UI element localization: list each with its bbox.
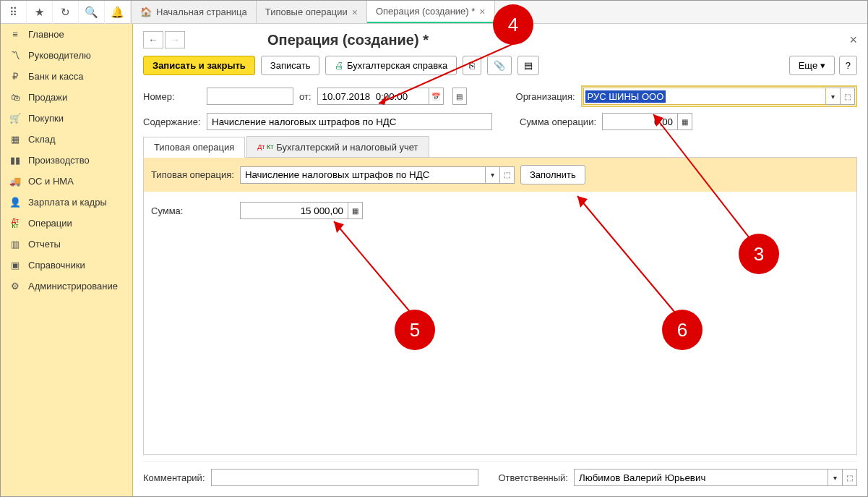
sidebar-item-label: Руководителю [28,50,91,61]
save-button[interactable]: Записать [261,56,320,75]
date-input[interactable] [317,88,429,105]
tab-panel: Типовая операция: ▾ ⬚ Заполнить Сумма: ▦ [143,158,857,455]
resp-input[interactable] [574,469,828,486]
apps-icon[interactable]: ⠿ [1,1,27,24]
star-icon[interactable]: ★ [27,1,53,24]
open-icon[interactable]: ⬚ [841,88,855,105]
book-icon: ▣ [9,260,21,271]
number-label: Номер: [143,91,201,102]
sidebar-item-catalogs[interactable]: ▣Справочники [1,255,132,276]
report-icon: ▥ [9,239,21,250]
bell-icon[interactable]: 🔔 [105,1,131,24]
gear-icon: ⚙ [9,281,21,292]
dropdown-icon[interactable]: ▾ [826,88,841,105]
callout-6: 6 [662,310,702,350]
sidebar-item-label: Производство [28,155,90,166]
sidebar-item-label: Администрирование [28,281,118,292]
back-button[interactable]: ← [143,31,163,48]
sidebar-item-admin[interactable]: ⚙Администрирование [1,276,132,297]
footer: Комментарий: Ответственный: ▾ ⬚ [143,461,857,489]
sidebar-item-main[interactable]: ≡Главное [1,24,132,45]
doc-tabs: Типовая операция Дт Кт Бухгалтерский и н… [143,136,857,158]
person-icon: 👤 [9,197,21,208]
open-icon[interactable]: ⬚ [500,166,515,184]
save-close-button[interactable]: Записать и закрыть [143,56,255,75]
dtkt-icon: ДтКт [9,218,21,229]
dropdown-icon[interactable]: ▾ [828,469,843,486]
tab-typical-ops[interactable]: Типовые операции × [257,1,367,23]
history-icon[interactable]: ↻ [53,1,79,24]
open-icon[interactable]: ⬚ [843,469,857,486]
sidebar-item-operations[interactable]: ДтКтОперации [1,213,132,234]
sidebar-item-reports[interactable]: ▥Отчеты [1,234,132,255]
calc-icon[interactable]: ▦ [348,202,363,219]
from-label: от: [299,91,311,102]
sidebar-item-assets[interactable]: 🚚ОС и НМА [1,171,132,192]
topbar-icons: ⠿ ★ ↻ 🔍 🔔 [1,1,132,23]
org-input[interactable]: РУС ШИНЫ ООО [583,88,826,105]
tab-accounting[interactable]: Дт Кт Бухгалтерский и налоговый учет [246,136,429,157]
help-button[interactable]: ? [839,56,857,75]
sidebar-item-label: Справочники [28,260,85,271]
print-label: Бухгалтерская справка [347,60,447,71]
tab-typical-operation[interactable]: Типовая операция [143,137,245,158]
printer-icon: 🖨 [335,60,344,71]
sidebar-item-label: ОС и НМА [28,176,74,187]
tab-label: Типовые операции [265,7,348,17]
more-label: Еще [799,60,817,71]
chart-icon: 〽 [9,50,21,61]
main-content: ← → Операция (создание) * × Записать и з… [133,24,867,496]
close-icon[interactable]: × [352,7,358,18]
ruble-icon: ₽ [9,71,21,82]
attach-button[interactable]: 📎 [487,56,512,75]
search-icon[interactable]: 🔍 [79,1,105,24]
callout-3: 3 [739,234,779,274]
action-toolbar: Записать и закрыть Записать 🖨 Бухгалтерс… [143,56,857,75]
sum-input[interactable] [602,113,678,130]
sidebar-item-purchases[interactable]: 🛒Покупки [1,108,132,129]
sidebar-item-production[interactable]: ▮▮Производство [1,150,132,171]
dropdown-icon[interactable]: ▾ [486,166,500,184]
tab-operation-create[interactable]: Операция (создание) * × [367,1,495,23]
more-button[interactable]: Еще ▾ [789,56,835,75]
sidebar-item-bank[interactable]: ₽Банк и касса [1,66,132,87]
typop-input[interactable] [240,166,486,184]
structure-button[interactable]: ⎘ [463,56,481,75]
content-label: Содержание: [143,116,201,127]
sidebar-item-label: Главное [28,29,64,40]
fill-button[interactable]: Заполнить [520,165,585,184]
callout-5: 5 [395,310,435,350]
content-input[interactable] [207,113,492,130]
grid-icon: ▦ [9,134,21,145]
menu-icon: ≡ [9,29,21,40]
tab-label: Бухгалтерский и налоговый учет [276,142,418,153]
sidebar-item-manager[interactable]: 〽Руководителю [1,45,132,66]
list-button[interactable]: ▤ [517,56,539,75]
org-label: Организация: [516,91,575,102]
sidebar-item-salary[interactable]: 👤Зарплата и кадры [1,192,132,213]
tab-bar: 🏠 Начальная страница Типовые операции × … [132,1,495,23]
home-icon: 🏠 [140,7,152,17]
calc-icon[interactable]: ▦ [678,113,692,130]
sidebar-item-label: Операции [28,218,72,229]
sidebar-item-label: Покупки [28,113,64,124]
forward-button[interactable]: → [165,31,185,48]
close-page-button[interactable]: × [849,33,857,48]
typop-label: Типовая операция: [151,169,234,180]
sidebar-item-warehouse[interactable]: ▦Склад [1,129,132,150]
dtkt-icon: Дт Кт [257,145,273,150]
sidebar-item-sales[interactable]: 🛍Продажи [1,87,132,108]
extra-button[interactable]: ▤ [452,88,467,105]
amount-input[interactable] [240,202,348,219]
print-button[interactable]: 🖨 Бухгалтерская справка [325,56,457,75]
comment-input[interactable] [211,469,478,486]
sidebar-item-label: Зарплата и кадры [28,197,107,208]
amount-label: Сумма: [151,205,234,216]
sum-label: Сумма операции: [520,116,596,127]
org-value: РУС ШИНЫ ООО [585,90,666,103]
number-input[interactable] [207,88,293,105]
close-icon[interactable]: × [479,6,485,17]
tab-home[interactable]: 🏠 Начальная страница [132,1,257,23]
page-title: Операция (создание) * [267,32,429,48]
calendar-icon[interactable]: 📅 [429,88,444,105]
